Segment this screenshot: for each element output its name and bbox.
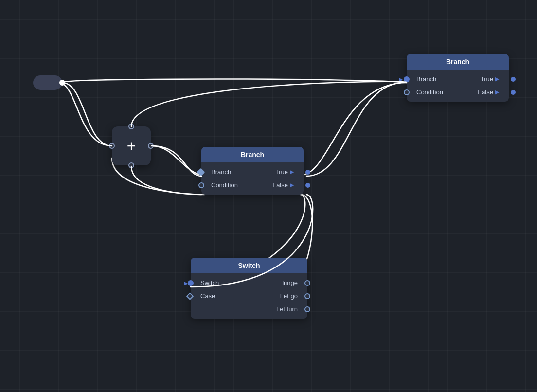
- branch1-row-branch: Branch True ▶: [201, 165, 304, 178]
- plus-node[interactable]: +: [112, 126, 151, 165]
- branch2-row-branch: ▶ Branch True ▶: [407, 72, 509, 86]
- branch2-branch-left-arrow: ▶: [399, 76, 403, 82]
- branch1-false-label: False ▶: [272, 181, 294, 189]
- branch2-condition-left-port: [404, 89, 410, 95]
- branch1-row-condition: Condition False ▶: [201, 178, 304, 192]
- branch2-false-arrow: ▶: [495, 89, 499, 95]
- branch1-true-label: True ▶: [275, 168, 294, 176]
- branch1-condition-left-port: [198, 182, 204, 188]
- switch-letturn-label: Let turn: [276, 305, 298, 313]
- branch2-false-label: False ▶: [478, 89, 499, 96]
- branch2-true-label: True ▶: [481, 75, 499, 83]
- switch-letgo-label: Let go: [280, 292, 298, 300]
- switch-body: ▶ Switch lunge Case Let go Let turn: [191, 273, 307, 319]
- switch-letgo-port: [304, 293, 310, 299]
- branch2-true-arrow: ▶: [495, 76, 499, 82]
- switch-header: Switch: [191, 258, 307, 273]
- switch-lunge-label: lunge: [282, 279, 298, 286]
- switch-lunge-port: [304, 280, 310, 286]
- plus-port-bottom: [128, 162, 134, 168]
- branch1-node: Branch Branch True ▶ Condition False ▶: [201, 147, 304, 195]
- branch1-false-arrow: ▶: [290, 182, 294, 188]
- branch1-false-right-port: [305, 183, 310, 188]
- branch1-branch-left-port: [197, 168, 205, 176]
- switch-left-port: [188, 280, 194, 286]
- switch-row-case: Case Let go: [191, 289, 307, 303]
- branch1-header: Branch: [201, 147, 304, 162]
- plus-icon: +: [127, 138, 136, 154]
- branch2-row-condition: Condition False ▶: [407, 86, 509, 99]
- branch2-condition-label: Condition: [416, 89, 443, 96]
- entry-output-port: [59, 80, 65, 86]
- branch1-condition-label: Condition: [211, 181, 238, 189]
- branch2-body: ▶ Branch True ▶ Condition False ▶: [407, 70, 509, 102]
- branch2-true-right-port: [511, 77, 516, 82]
- branch1-true-right-port: [305, 170, 310, 175]
- switch-row-switch: ▶ Switch lunge: [191, 276, 307, 289]
- plus-port-right: [148, 143, 154, 149]
- entry-node: [33, 75, 62, 90]
- switch-node: Switch ▶ Switch lunge Case Let go Let tu…: [191, 258, 307, 319]
- switch-letturn-port: [304, 306, 310, 312]
- switch-left-arrow: ▶: [184, 280, 188, 286]
- branch2-node: Branch ▶ Branch True ▶ Condition False ▶: [407, 54, 509, 102]
- branch2-header: Branch: [407, 54, 509, 70]
- branch1-true-arrow: ▶: [290, 169, 294, 175]
- branch2-branch-label: Branch: [416, 75, 436, 83]
- branch1-branch-label: Branch: [211, 168, 231, 176]
- plus-port-top: [128, 124, 134, 129]
- branch2-false-right-port: [511, 90, 516, 95]
- switch-case-label: Case: [200, 292, 215, 300]
- switch-case-port: [186, 292, 194, 300]
- branch1-body: Branch True ▶ Condition False ▶: [201, 162, 304, 195]
- switch-switch-label: Switch: [200, 279, 219, 286]
- switch-row-letturn: Let turn: [191, 303, 307, 316]
- branch2-branch-left-port: [404, 76, 410, 82]
- plus-port-left: [109, 143, 115, 149]
